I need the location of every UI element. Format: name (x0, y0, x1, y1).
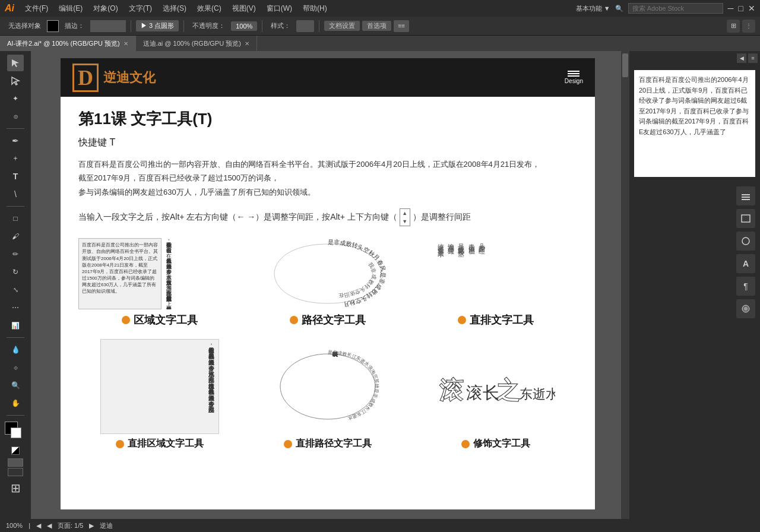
menu-edit[interactable]: 编辑(E) (54, 2, 87, 15)
vertical-col-4: 青山依旧在 (467, 238, 476, 309)
arrow-indicator: ▲ ▼ (400, 208, 410, 226)
area-text-example: 百度百科是百度公司推出的一部内容开放、自由的网络百科全书平台。其测试版于2006… (78, 238, 240, 327)
right-opacity-icon[interactable] (736, 299, 755, 318)
vert-area-text-example: 非是青山依旧在，依旧看秋月春风。一壶浊酒喜相逢，古今多少事，风江东逝水，几度夕阳… (78, 339, 240, 450)
grid-icon[interactable]: ⋮ (742, 20, 755, 33)
magic-wand-tool[interactable]: ✦ (7, 90, 24, 107)
brush-type-selector[interactable]: ▶ 3 点圆形 (136, 20, 179, 31)
svg-marker-1 (12, 77, 19, 85)
path-text-label: 路径文字工具 (290, 313, 366, 327)
scroll-thumb[interactable] (622, 53, 628, 77)
add-anchor-tool[interactable]: + (7, 150, 24, 167)
status-sep: | (28, 522, 30, 529)
sep3 (262, 20, 262, 32)
preview-mode-btn[interactable] (8, 458, 23, 467)
hamburger-menu[interactable]: Design (565, 71, 583, 84)
design-label: Design (565, 78, 583, 84)
direct-selection-tool[interactable] (7, 72, 24, 89)
document-canvas: D 逆迪文化 Design 第11课 文字工具(T) 快捷键 T 百度百科是百度… (61, 58, 595, 509)
menu-help[interactable]: 帮助(H) (298, 2, 332, 15)
canvas-area[interactable]: D 逆迪文化 Design 第11课 文字工具(T) 快捷键 T 百度百科是百度… (31, 51, 629, 519)
stroke-input[interactable] (90, 20, 126, 32)
shortcut-description: 当输入一段文字之后，按Alt+ 左右方向键（← →）是调整字间距，按Alt+ 上… (78, 208, 577, 226)
stock-search[interactable] (628, 3, 723, 14)
opacity-label: 不透明度： (189, 20, 229, 31)
doc-logo: D 逆迪文化 (72, 64, 156, 92)
line-tool[interactable]: \ (7, 186, 24, 202)
arrange-icon[interactable]: ⊞ (727, 20, 740, 33)
hamburger-line-1 (568, 71, 580, 72)
column-graph-tool[interactable]: 📊 (7, 317, 24, 334)
stroke-swatch[interactable] (47, 20, 59, 32)
deco-text-demo: 滚 滚长 之 东逝水 (436, 339, 555, 434)
pen-tool[interactable]: ✒ (7, 132, 24, 149)
vertical-col-2: 浪淘尽英雄 (447, 238, 455, 309)
right-panel-top-icons: ◀ ≡ (629, 51, 760, 65)
tab-close-1[interactable]: ✕ (124, 40, 128, 47)
tab-close-2[interactable]: ✕ (245, 40, 249, 47)
menu-effect[interactable]: 效果(C) (192, 2, 226, 15)
app-logo: Ai (5, 3, 14, 14)
preferences-button[interactable]: 首选项 (362, 21, 391, 31)
paint-brush-tool[interactable]: 🖌 (7, 228, 24, 245)
tab-sendi[interactable]: 送迪.ai @ 100% (RGB/GPU 预览) ✕ (136, 36, 257, 51)
outline-mode-btn[interactable] (8, 468, 23, 476)
menu-view[interactable]: 视图(V) (227, 2, 261, 15)
color-swatches (5, 422, 26, 443)
close-icon[interactable]: ✕ (748, 4, 755, 13)
rotate-tool[interactable]: ↻ (7, 264, 24, 280)
zoom-tool[interactable]: 🔍 (7, 377, 24, 394)
maximize-icon[interactable]: □ (739, 4, 743, 13)
nav-next[interactable]: ▶ (89, 522, 94, 530)
panel-collapse-icon[interactable]: ◀ (737, 53, 746, 63)
menu-window[interactable]: 窗口(W) (262, 2, 297, 15)
lasso-tool[interactable]: ⌾ (7, 108, 24, 125)
right-panel-text-preview: 百度百科是百度公司推出的2006年4月20日上线，正式版年9月，百度百科已经收录… (634, 70, 755, 177)
hamburger-line-3 (568, 75, 580, 77)
menu-object[interactable]: 对象(O) (88, 2, 122, 15)
no-selection-label: 无选择对象 (5, 20, 45, 31)
eyedropper-tool[interactable]: 💧 (7, 341, 24, 358)
scale-tool[interactable]: ⤡ (7, 281, 24, 298)
vert-area-text-demo: 非是青山依旧在，依旧看秋月春风。一壶浊酒喜相逢，古今多少事，风江东逝水，几度夕阳… (100, 339, 219, 434)
right-para-icon[interactable]: ¶ (736, 277, 755, 296)
style-selector[interactable] (296, 20, 314, 32)
minimize-icon[interactable]: ─ (728, 4, 734, 13)
menu-text[interactable]: 文字(T) (124, 2, 157, 15)
svg-text:滚长: 滚长 (466, 384, 499, 402)
panel-expand-icon[interactable]: ≡ (748, 53, 758, 63)
none-swatch[interactable] (11, 446, 20, 455)
vert-area-demo-text: 非是青山依旧在，依旧看秋月春风。一壶浊酒喜相逢，古今多少事，风江东逝水，几度夕阳… (100, 339, 219, 434)
extra-options-button[interactable]: ≡≡ (394, 20, 409, 32)
artboard-tool[interactable]: ⊞ (11, 481, 21, 495)
doc-settings-button[interactable]: 文档设置 (324, 21, 360, 31)
nav-prev[interactable]: ◀ (36, 522, 41, 530)
menu-file[interactable]: 文件(F) (20, 2, 53, 15)
tab-ai-lesson2[interactable]: AI-课件2.ai* @ 100% (RGB/GPU 预览) ✕ (0, 36, 136, 51)
blend-tool[interactable]: ⟐ (7, 359, 24, 376)
workspace-label: 基本功能 ▼ (576, 4, 610, 13)
svg-text:东逝水: 东逝水 (520, 387, 555, 401)
opacity-input[interactable]: 100% (231, 21, 257, 31)
arrow-down-icon: ▼ (402, 218, 407, 224)
lesson-title: 第11课 文字工具(T) (78, 109, 577, 129)
warp-tool[interactable]: ⋯ (7, 299, 24, 316)
rect-tool[interactable]: □ (7, 210, 24, 227)
sep2 (183, 20, 184, 32)
right-circle-icon[interactable] (736, 232, 755, 251)
text-tool[interactable]: T (7, 168, 24, 185)
right-align-icon[interactable] (736, 209, 755, 228)
vertical-scrollbar[interactable] (621, 51, 629, 519)
menu-select[interactable]: 选择(S) (158, 2, 191, 15)
zoom-level[interactable]: 100% (6, 522, 23, 529)
selection-tool[interactable] (7, 55, 24, 71)
right-type-icon[interactable]: A (736, 254, 755, 273)
background-swatch[interactable] (11, 428, 21, 438)
pencil-tool[interactable]: ✏ (7, 246, 24, 262)
right-panel-tools: A ¶ (629, 182, 760, 323)
hand-tool[interactable]: ✋ (7, 395, 24, 411)
tab-label-1: AI-课件2.ai* @ 100% (RGB/GPU 预览) (7, 39, 120, 48)
right-transform-icon[interactable] (736, 186, 755, 205)
vertical-text-demo: 滚滚长江东逝水 浪淘尽英雄 是非成败转头空 青山依旧在 几度夕阳红 (436, 238, 555, 309)
vertical-text-example: 滚滚长江东逝水 浪淘尽英雄 是非成败转头空 青山依旧在 几度夕阳红 直排文字工具 (415, 238, 577, 327)
